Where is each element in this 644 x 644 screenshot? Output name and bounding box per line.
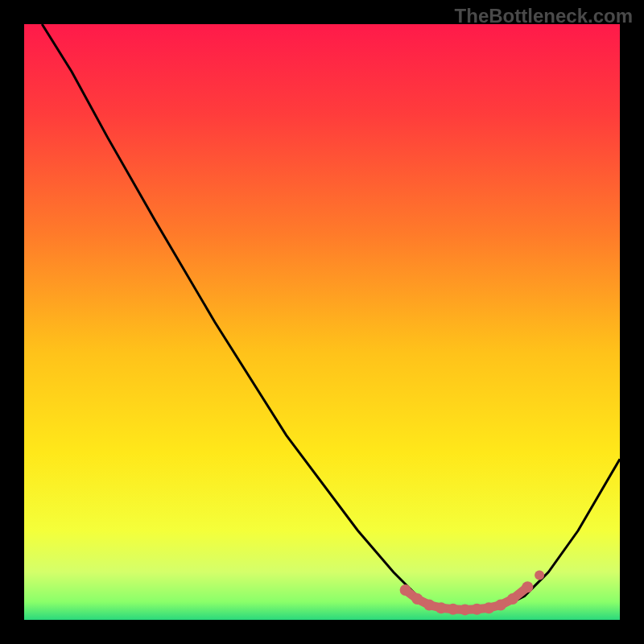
plot-area [24,24,620,620]
svg-point-9 [495,600,506,611]
svg-point-12 [535,571,544,580]
svg-point-10 [507,593,518,605]
watermark-text: TheBottleneck.com [455,5,633,27]
svg-point-4 [436,602,447,613]
svg-point-2 [411,593,423,605]
optimal-range-markers [400,571,544,616]
svg-point-7 [471,604,482,615]
curve-layer [24,24,620,620]
svg-point-1 [400,584,411,596]
chart-container: TheBottleneck.com [0,0,644,644]
svg-point-5 [448,604,459,615]
svg-point-8 [483,602,494,613]
bottleneck-curve [42,24,620,611]
svg-point-6 [460,604,471,615]
svg-point-11 [522,581,533,592]
svg-point-3 [423,600,435,611]
